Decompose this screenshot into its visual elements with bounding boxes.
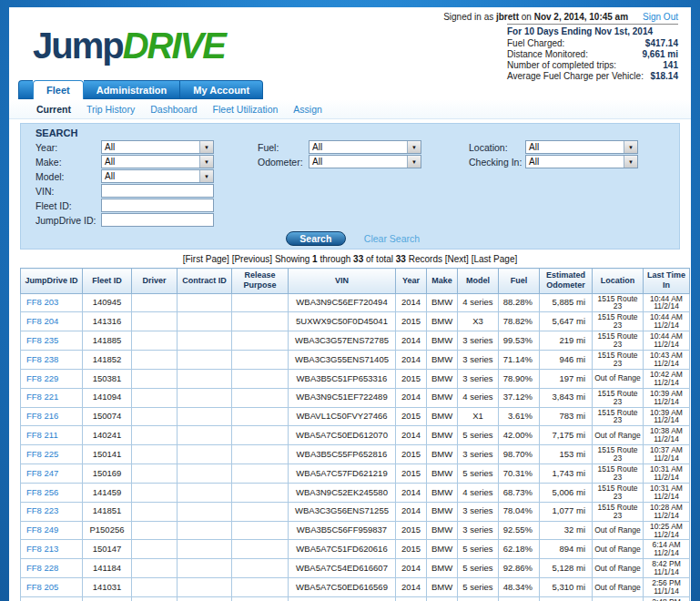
search-button[interactable]: Search (286, 231, 346, 246)
date-in-value: 11/2/14 (645, 302, 687, 311)
last-time-in-cell: 10:44 AM11/2/14 (644, 293, 690, 312)
jumpdrive-id-link[interactable]: FF8 205 (26, 582, 58, 592)
year-cell: 2015 (396, 445, 427, 464)
jumpdrive-id-link[interactable]: FF8 216 (26, 411, 58, 421)
location-select[interactable]: All▼ (525, 140, 638, 154)
last-time-in-cell: 10:43 AM11/2/14 (644, 351, 690, 370)
previous-page-link[interactable]: [Previous] (232, 254, 272, 264)
jumpdrive-id-link[interactable]: FF8 204 (26, 316, 58, 326)
jumpdrive-id-link[interactable]: FF8 225 (26, 449, 58, 459)
jumpdrive-id-link[interactable]: FF8 256 (26, 487, 58, 497)
date-in-value: 11/2/14 (645, 531, 687, 539)
vin-cell: WBA3B5C51FP653316 (289, 369, 396, 388)
first-page-link[interactable]: [First Page] (183, 254, 229, 264)
of-word: of total (366, 254, 393, 264)
tab-my-account[interactable]: My Account (180, 80, 263, 99)
date-in-value: 11/2/14 (645, 379, 687, 387)
driver-cell (132, 502, 178, 521)
column-header-model: Model (458, 269, 499, 294)
subnav-item-trip-history[interactable]: Trip History (86, 104, 135, 115)
clear-search-link[interactable]: Clear Search (364, 233, 420, 244)
jumpdrive-id-cell: FF8 221 (21, 388, 83, 407)
location-cell: 1515 Route 23 (593, 351, 644, 370)
subnav-item-fleet-utilization[interactable]: Fleet Utilization (213, 104, 279, 115)
release-purpose-cell (232, 502, 289, 521)
jumpdrive-id-link[interactable]: FF8 235 (26, 335, 58, 345)
year-cell: 2015 (396, 369, 427, 388)
column-header-contract-id: Contract ID (178, 269, 232, 294)
jumpdrive-id-link[interactable]: FF8 238 (26, 354, 58, 364)
odometer-label: Odometer: (258, 157, 309, 168)
subnav-item-assign[interactable]: Assign (293, 104, 322, 115)
model-cell: 3 series (458, 521, 499, 540)
vin-input[interactable] (101, 184, 214, 198)
fuel-cell: 76.08% (499, 597, 540, 601)
fuel-select[interactable]: All▼ (309, 140, 421, 154)
release-purpose-cell (232, 407, 289, 426)
fuel-cell: 78.04% (499, 502, 540, 521)
make-cell: BMW (427, 369, 458, 388)
driver-cell (132, 312, 178, 331)
fleet-table-body: FF8 203140945WBA3N9C56EF7204942014BMW4 s… (21, 293, 690, 601)
subnav-item-current[interactable]: Current (36, 104, 71, 115)
jumpdrive-id-link[interactable]: FF8 223 (26, 505, 58, 515)
year-select[interactable]: All▼ (101, 140, 214, 154)
release-purpose-cell (232, 597, 289, 601)
location-label: Location: (469, 142, 525, 153)
driver-cell (132, 426, 178, 445)
signin-text: Signed in as jbrett on Nov 2, 2014, 10:4… (443, 12, 628, 22)
search-field-fuel: Fuel:All▼ (258, 140, 421, 154)
search-actions: Search Clear Search (36, 230, 670, 246)
make-cell: BMW (427, 388, 458, 407)
odometer-select[interactable]: All▼ (309, 155, 421, 168)
make-cell: BMW (427, 502, 458, 521)
model-label: Model: (36, 171, 101, 182)
date-in-value: 11/2/14 (645, 416, 687, 424)
model-cell: 5 series (458, 540, 499, 559)
vin-cell: WBA3N9C56EK245852 (289, 597, 396, 601)
make-cell: BMW (427, 407, 458, 426)
column-header-make: Make (427, 269, 458, 294)
jumpdrive-id-cell: FF8 235 (21, 331, 83, 351)
subnav-item-dashboard[interactable]: Dashboard (150, 104, 197, 115)
jumpdrive-id-link[interactable]: FF8 228 (26, 563, 58, 573)
driver-cell (132, 578, 178, 597)
odometer-cell: 153 mi (540, 445, 593, 464)
release-purpose-cell (232, 293, 289, 312)
contract-id-cell (178, 369, 232, 388)
jumpdrive-id-cell: FF8 216 (21, 407, 83, 426)
jumpdrive-id-link[interactable]: FF8 211 (26, 430, 58, 440)
driver-cell (132, 521, 178, 540)
column-header-fuel: Fuel (499, 269, 540, 294)
contract-id-cell (178, 559, 232, 578)
column-header-vin: VIN (289, 269, 396, 294)
jumpdrive-id-link[interactable]: FF8 203 (26, 297, 58, 307)
last-time-in-cell: 2:48 PM11/1/14 (644, 597, 690, 601)
checking-in-select[interactable]: All▼ (525, 155, 638, 168)
vin-cell: WBA3B5C55FP652816 (289, 445, 396, 464)
table-row: FF8 223141851WBA3C3G56ENS712552014BMW3 s… (21, 502, 690, 521)
last-page-link[interactable]: [Last Page] (472, 254, 518, 264)
jumpdrive-id-link[interactable]: FF8 249 (26, 525, 58, 535)
fleet-id-input[interactable] (101, 199, 214, 212)
sign-out-link[interactable]: Sign Out (643, 12, 678, 22)
fuel-cell: 78.90% (499, 369, 540, 388)
tab-administration[interactable]: Administration (84, 80, 181, 99)
next-page-link[interactable]: [Next] (445, 254, 469, 264)
fleet-id-cell: 150381 (83, 369, 132, 388)
jumpdrive-id-link[interactable]: FF8 229 (26, 373, 58, 383)
release-purpose-cell (232, 540, 289, 559)
tab-fleet[interactable]: Fleet (33, 80, 84, 99)
odometer-cell: 783 mi (540, 407, 593, 426)
last-time-in-cell: 10:44 AM11/2/14 (644, 331, 690, 351)
jumpdrive-id-input[interactable] (101, 213, 214, 227)
make-select[interactable]: All▼ (101, 155, 214, 168)
jumpdrive-id-link[interactable]: FF8 247 (26, 468, 58, 478)
search-field-checking-in: Checking In:All▼ (469, 155, 638, 168)
model-select[interactable]: All▼ (101, 169, 214, 183)
jumpdrive-id-link[interactable]: FF8 213 (26, 544, 58, 554)
through-word: through (320, 254, 350, 264)
jumpdrive-id-cell: FF8 213 (21, 540, 83, 559)
fleet-id-cell: 150147 (83, 540, 132, 559)
jumpdrive-id-link[interactable]: FF8 221 (26, 392, 58, 402)
